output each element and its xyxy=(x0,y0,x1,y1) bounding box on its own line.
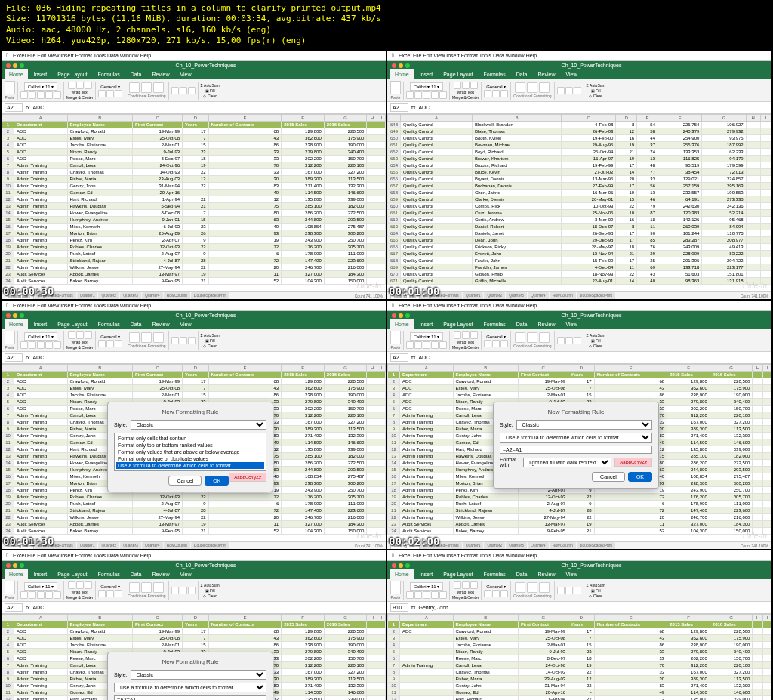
menu-file[interactable]: File xyxy=(27,303,35,308)
sheet-tab-quarter4[interactable]: Quarter4 xyxy=(142,542,163,549)
menu-view[interactable]: View xyxy=(48,53,59,58)
ribbon-tab-home[interactable]: Home xyxy=(390,69,414,79)
col-header-A[interactable]: A xyxy=(14,115,68,122)
col-header-A[interactable]: A xyxy=(14,615,68,621)
ribbon-tab-data[interactable]: Data xyxy=(126,69,146,79)
ribbon-tab-insert[interactable]: Insert xyxy=(415,569,438,579)
table-row[interactable]: 23Audit ServicesAbbott, James13-Mar-9719… xyxy=(2,271,386,278)
cells-group[interactable] xyxy=(171,337,196,344)
menu-edit[interactable]: Edit xyxy=(37,553,46,558)
ribbon-tab-page-layout[interactable]: Page Layout xyxy=(439,319,477,329)
table-row[interactable]: 670Quality ControlGibson, Philip18-Nov-9… xyxy=(388,271,771,278)
menu-file[interactable]: File xyxy=(413,303,421,308)
ribbon-tab-review[interactable]: Review xyxy=(534,319,560,329)
ribbon-tabs[interactable]: HomeInsertPage LayoutFormulasDataReviewV… xyxy=(387,69,771,79)
col-header-I[interactable]: I xyxy=(377,615,386,621)
ribbon-tabs[interactable]: HomeInsertPage LayoutFormulasDataReviewV… xyxy=(387,569,771,579)
col-header-A[interactable]: A xyxy=(14,365,68,372)
table-row[interactable]: 6ADCReese, Marc8-Dec-971833202,200150,70… xyxy=(2,156,386,162)
col-header-E[interactable]: E xyxy=(208,365,282,372)
table-row[interactable]: 664Quality ControlDaniels, Janet26-Sep-9… xyxy=(388,230,771,237)
table-row[interactable]: 5ADCNixon, Randy9-Jul-932333279,800340,4… xyxy=(2,149,386,156)
ribbon-tab-insert[interactable]: Insert xyxy=(415,319,438,329)
col-header-E[interactable]: E xyxy=(594,365,667,372)
ribbon-tab-formulas[interactable]: Formulas xyxy=(479,569,510,579)
menu-insert[interactable]: Insert xyxy=(60,553,74,558)
editing-group[interactable]: Σ AutoSum▣ Fill◇ Clear xyxy=(201,333,220,348)
table-row[interactable]: 15Admin TrainingHumphrey, Andrew9-Jan-01… xyxy=(2,217,386,224)
table-row[interactable]: 3ADCEstes, Mary25-Oct-08743362,600175,90… xyxy=(2,135,386,142)
ribbon-tabs[interactable]: HomeInsertPage LayoutFormulasDataReviewV… xyxy=(2,569,386,579)
worksheet[interactable]: ABCDEFGHI1DepartmentEmployee NameFirst C… xyxy=(2,114,386,291)
col-header-G[interactable]: G xyxy=(324,365,367,372)
menu-file[interactable]: File xyxy=(27,53,35,58)
col-header-D[interactable]: D xyxy=(183,365,209,372)
table-row[interactable]: 654Quality ControlBrooks, Richard19-Feb-… xyxy=(388,162,771,169)
menu-insert[interactable]: Insert xyxy=(446,53,460,58)
col-header-B[interactable]: B xyxy=(453,365,518,372)
col-header-B[interactable]: B xyxy=(472,115,561,122)
ribbon-tab-data[interactable]: Data xyxy=(126,569,146,579)
ribbon-tab-page-layout[interactable]: Page Layout xyxy=(53,319,91,329)
style-select[interactable]: Classic xyxy=(516,420,652,430)
align-group[interactable]: Wrap TextMerge & Center xyxy=(66,331,93,350)
col-header-H[interactable]: H xyxy=(746,115,760,122)
paste-group[interactable]: Paste xyxy=(5,81,15,100)
col-header-F[interactable]: F xyxy=(667,365,710,372)
menu-format[interactable]: Format xyxy=(461,53,478,58)
table-row[interactable]: 669Quality ControlFranklin, James4-Dec-0… xyxy=(388,264,771,271)
menu-help[interactable]: Help xyxy=(526,553,537,558)
cancel-button[interactable]: Cancel xyxy=(168,476,202,486)
col-header-H[interactable]: H xyxy=(367,365,377,372)
formula-input[interactable] xyxy=(500,446,652,454)
ribbon-tab-view[interactable]: View xyxy=(561,319,581,329)
menu-excel[interactable]: Excel xyxy=(399,553,411,558)
col-header-H[interactable]: H xyxy=(753,615,763,621)
menu-view[interactable]: View xyxy=(48,553,59,558)
menu-data[interactable]: Data xyxy=(493,553,504,558)
menu-format[interactable]: Format xyxy=(75,303,92,308)
sheet-tab-rowcolumn[interactable]: RowColumn xyxy=(164,542,190,549)
menu-tools[interactable]: Tools xyxy=(94,553,106,558)
menu-view[interactable]: View xyxy=(48,303,59,308)
ribbon-toolbar[interactable]: Paste Calibri ▾ 11 ▾ Wrap TextMerge & Ce… xyxy=(2,579,386,602)
col-header-G[interactable]: G xyxy=(710,365,753,372)
formula-bar[interactable]: A2fxADC xyxy=(2,102,386,114)
sheet-tab-quarter2[interactable]: Quarter2 xyxy=(98,292,119,299)
editing-group[interactable]: Σ AutoSum▣ Fill◇ Clear xyxy=(201,583,220,598)
worksheet[interactable]: ABCDEFGHI1DepartmentEmployee NameFirst C… xyxy=(387,364,771,541)
table-row[interactable]: 17Admin TrainingMorton, Brian25-Aug-8926… xyxy=(2,230,386,237)
ribbon-tab-review[interactable]: Review xyxy=(148,569,174,579)
table-row[interactable]: 659Quality ControlClarke, Dennis26-May-0… xyxy=(388,196,771,203)
col-header-H[interactable]: H xyxy=(367,115,377,122)
col-header-F[interactable]: F xyxy=(282,115,325,122)
table-row[interactable]: 652Quality ControlBoyd, Richard25-Oct-94… xyxy=(388,149,771,156)
paste-group[interactable]: Paste xyxy=(5,331,15,350)
ribbon-tab-view[interactable]: View xyxy=(175,69,196,79)
ribbon-tab-insert[interactable]: Insert xyxy=(29,569,52,579)
style-select[interactable]: Classic xyxy=(131,420,266,430)
menu-edit[interactable]: Edit xyxy=(37,303,46,308)
ribbon-tab-home[interactable]: Home xyxy=(5,569,28,579)
menu-insert[interactable]: Insert xyxy=(60,303,74,308)
table-row[interactable]: 2ADCCrawford, Ronald19-Mar-991768129,800… xyxy=(2,128,386,135)
col-header-G[interactable]: G xyxy=(324,115,367,122)
ribbon-tab-page-layout[interactable]: Page Layout xyxy=(439,569,477,579)
font-group[interactable]: Calibri ▾ 11 ▾ xyxy=(20,332,61,349)
worksheet[interactable]: ABCDEFGHI1DepartmentEmployee NameFirst C… xyxy=(2,364,386,541)
font-group[interactable]: Calibri ▾ 11 ▾ xyxy=(406,582,447,599)
col-header-E[interactable]: E xyxy=(208,115,282,122)
ribbon-tab-page-layout[interactable]: Page Layout xyxy=(53,69,91,79)
styles-group[interactable]: Conditional Formatting xyxy=(128,582,165,598)
table-row[interactable]: 3Estes, Mary25-Oct-08743362,600175,900 xyxy=(388,635,771,642)
number-group[interactable]: General ▾ xyxy=(484,334,508,347)
sheet-tab-quarter1[interactable]: Quarter1 xyxy=(77,292,98,299)
table-row[interactable]: 4ADCJacobs, Florianne2-Mar-011586238,900… xyxy=(2,392,386,399)
menu-view[interactable]: View xyxy=(433,53,445,58)
table-row[interactable]: 19Admin TrainingRobles, Charles12-Oct-93… xyxy=(388,494,771,501)
col-header-D[interactable]: D xyxy=(183,115,209,122)
ribbon-tab-data[interactable]: Data xyxy=(512,319,532,329)
ribbon-tab-insert[interactable]: Insert xyxy=(29,69,52,79)
ribbon-tab-insert[interactable]: Insert xyxy=(29,319,52,329)
col-header-G[interactable]: G xyxy=(324,615,367,621)
